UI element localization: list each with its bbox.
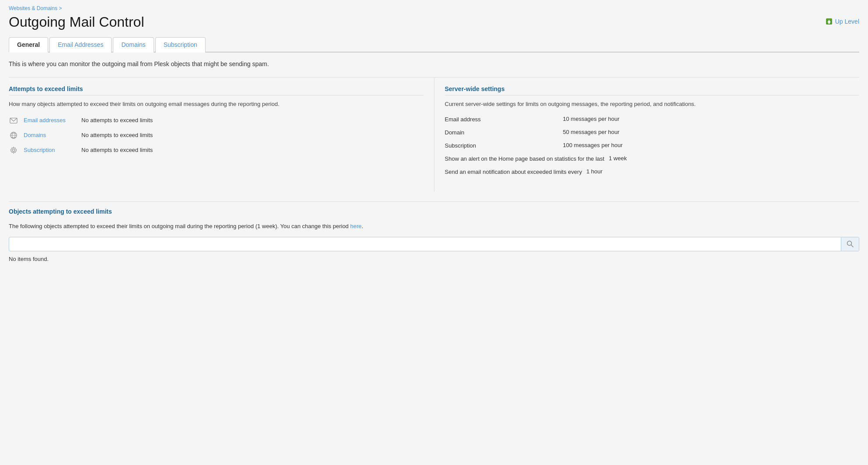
server-setting-subscription: Subscription 100 messages per hour: [445, 142, 860, 150]
server-subscription-label: Subscription: [445, 142, 559, 150]
gear-icon: [9, 145, 18, 155]
objects-desc-post: .: [362, 223, 364, 229]
tabs-bar: General Email Addresses Domains Subscrip…: [9, 36, 859, 53]
server-email-label: Email address: [445, 116, 559, 123]
server-domain-label: Domain: [445, 129, 559, 137]
tab-subscription[interactable]: Subscription: [155, 37, 206, 53]
email-icon: [9, 116, 18, 125]
objects-heading: Objects attempting to exceed limits: [9, 201, 859, 218]
server-settings-desc: Current server-wide settings for limits …: [445, 100, 860, 109]
objects-section: Objects attempting to exceed limits The …: [9, 201, 859, 262]
server-alert-label: Show an alert on the Home page based on …: [445, 155, 605, 163]
domains-link[interactable]: Domains: [24, 132, 76, 138]
breadcrumb-link[interactable]: Websites & Domains: [9, 5, 57, 11]
tab-email-addresses[interactable]: Email Addresses: [49, 37, 112, 53]
search-input[interactable]: [9, 237, 841, 251]
limit-row-subscription: Subscription No attempts to exceed limit…: [9, 145, 424, 155]
search-bar: [9, 237, 859, 251]
up-level-link[interactable]: Up Level: [825, 18, 859, 25]
objects-desc: The following objects attempted to excee…: [9, 222, 859, 231]
globe-icon: [9, 130, 18, 140]
no-items-label: No items found.: [9, 256, 859, 262]
tab-general[interactable]: General: [9, 37, 48, 53]
page-title: Outgoing Mail Control: [9, 14, 144, 30]
server-settings-section: Server-wide settings Current server-wide…: [434, 78, 860, 192]
breadcrumb: Websites & Domains >: [9, 5, 859, 11]
server-email-value: 10 messages per hour: [563, 116, 620, 123]
email-addresses-link[interactable]: Email addresses: [24, 117, 76, 123]
objects-here-link[interactable]: here: [350, 223, 361, 229]
server-setting-notification: Send an email notification about exceede…: [445, 168, 860, 176]
server-setting-domain: Domain 50 messages per hour: [445, 129, 860, 137]
limit-row-email: Email addresses No attempts to exceed li…: [9, 116, 424, 125]
domains-status: No attempts to exceed limits: [81, 132, 153, 138]
page-container: Websites & Domains > Outgoing Mail Contr…: [0, 0, 868, 465]
subscription-status: No attempts to exceed limits: [81, 147, 153, 153]
up-level-icon: [825, 18, 833, 25]
server-settings-heading: Server-wide settings: [445, 85, 860, 95]
server-subscription-value: 100 messages per hour: [563, 142, 623, 150]
attempts-heading: Attempts to exceed limits: [9, 85, 424, 95]
search-button[interactable]: [841, 237, 859, 251]
header-row: Outgoing Mail Control Up Level: [9, 14, 859, 30]
server-notification-label: Send an email notification about exceede…: [445, 168, 582, 176]
email-addresses-status: No attempts to exceed limits: [81, 117, 153, 123]
attempts-section: Attempts to exceed limits How many objec…: [9, 78, 434, 192]
server-setting-alert: Show an alert on the Home page based on …: [445, 155, 860, 163]
limit-row-domains: Domains No attempts to exceed limits: [9, 130, 424, 140]
attempts-desc: How many objects attempted to exceed the…: [9, 100, 424, 109]
svg-point-8: [12, 149, 14, 151]
tab-domains[interactable]: Domains: [113, 37, 154, 53]
server-notification-value: 1 hour: [586, 168, 602, 176]
search-icon: [847, 240, 854, 247]
objects-desc-pre: The following objects attempted to excee…: [9, 223, 350, 229]
up-level-label: Up Level: [835, 18, 859, 25]
breadcrumb-separator: >: [59, 5, 62, 11]
subscription-link[interactable]: Subscription: [24, 147, 76, 153]
intro-text: This is where you can monitor the outgoi…: [9, 60, 859, 67]
two-col-section: Attempts to exceed limits How many objec…: [9, 77, 859, 192]
server-domain-value: 50 messages per hour: [563, 129, 620, 137]
server-alert-value: 1 week: [609, 155, 626, 163]
server-setting-email: Email address 10 messages per hour: [445, 116, 860, 123]
svg-line-10: [851, 245, 854, 247]
